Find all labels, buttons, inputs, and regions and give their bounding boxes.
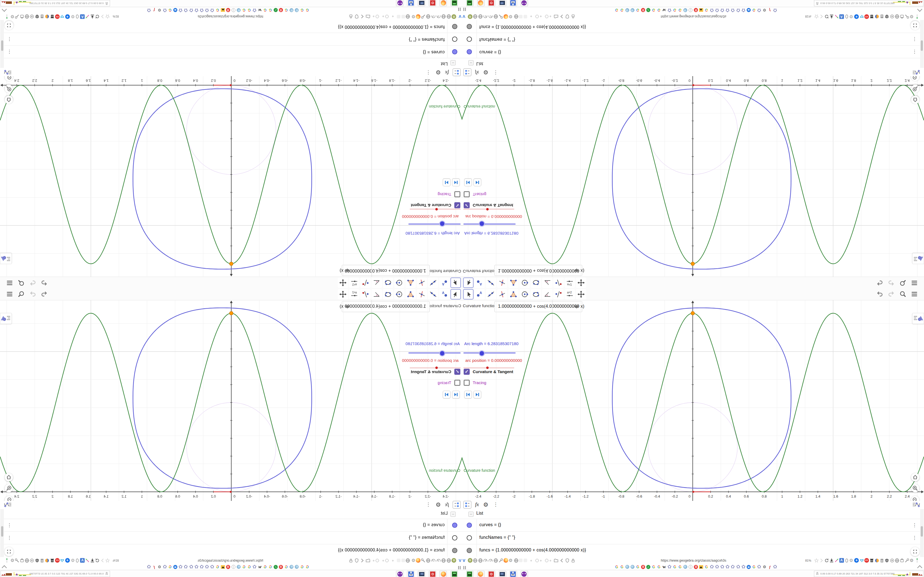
favicon-gear-fav[interactable]: ⚙ (762, 565, 767, 569)
globe-icon[interactable] (493, 558, 498, 563)
favicon-yandex[interactable]: Я (226, 565, 231, 569)
scrollbar[interactable] (920, 509, 924, 557)
favicon-ggb[interactable] (183, 8, 188, 12)
globe-icon[interactable] (446, 14, 451, 19)
favicon-yandex[interactable]: Я (641, 565, 645, 569)
search-button[interactable] (899, 290, 906, 299)
ring-dot-icon[interactable] (890, 558, 895, 563)
tree-view-button[interactable] (464, 68, 471, 76)
firefox-icon[interactable] (415, 558, 420, 563)
trash-icon[interactable] (50, 558, 55, 563)
shield-icon[interactable] (354, 14, 359, 19)
taskbar-app-monitor-app[interactable] (418, 0, 425, 6)
firefox-icon[interactable] (504, 14, 509, 19)
favicon-g[interactable]: G (614, 8, 619, 12)
graphics-stylebar-button[interactable] (0, 313, 12, 324)
favicon-yandex[interactable]: Я (279, 8, 283, 12)
favicon-sphere[interactable] (630, 565, 635, 569)
conic-through-points-tool[interactable] (383, 277, 393, 288)
favicon-ggb[interactable] (709, 565, 714, 569)
taskbar-app-firefox-app[interactable] (440, 0, 447, 6)
home-button[interactable] (5, 96, 13, 104)
reflect-tool[interactable] (360, 277, 371, 288)
circle-center-point-tool[interactable] (394, 277, 404, 288)
ice-red-icon[interactable]: ICE (55, 14, 60, 19)
shield-download-icon[interactable] (60, 558, 65, 563)
skip-back-button[interactable] (452, 391, 460, 398)
point-tool[interactable]: A (474, 277, 485, 288)
zoom-in-button[interactable] (5, 484, 13, 492)
settings-gear-icon[interactable]: ⚙ (434, 501, 442, 509)
search-button[interactable] (899, 278, 906, 287)
favicon-info[interactable]: i (688, 565, 693, 569)
input-help-button[interactable]: fx (473, 68, 481, 76)
visibility-toggle[interactable] (467, 37, 472, 42)
download-icon[interactable] (829, 14, 834, 19)
globe-icon[interactable] (426, 14, 431, 19)
favicon-yandex[interactable]: Я (693, 565, 698, 569)
wrench-icon[interactable] (498, 558, 503, 563)
favicon-ggb[interactable] (163, 8, 167, 12)
favicon-g[interactable]: G (305, 565, 310, 569)
reflect-tool[interactable] (553, 277, 564, 288)
globe-orange-icon[interactable] (874, 14, 879, 19)
shield-icon[interactable] (354, 558, 359, 563)
undo-button[interactable] (876, 290, 883, 299)
row-menu-icon[interactable]: ⋮ (912, 49, 917, 55)
graphics-view[interactable]: -2.4-2.2-2-1.8-1.6-1.4-1.2-1-0.8-0.6-0.4… (0, 76, 462, 277)
back-arrow-icon[interactable] (559, 14, 564, 19)
firefox-icon[interactable] (415, 14, 420, 19)
visibility-toggle[interactable] (452, 49, 457, 55)
favicon-info[interactable]: i (231, 8, 236, 12)
shield-icon[interactable] (565, 14, 570, 19)
point-tool[interactable]: A (474, 289, 485, 300)
visibility-toggle[interactable] (452, 548, 457, 553)
globe-icon[interactable] (405, 558, 410, 563)
oval-icon[interactable] (75, 14, 80, 19)
circle-center-point-tool[interactable] (520, 277, 530, 288)
gauge-icon[interactable] (431, 558, 436, 563)
algebra-row-funcs[interactable]: funcs = {1.000000000000 + cos(4.00000000… (462, 20, 924, 33)
globe-icon[interactable] (493, 14, 498, 19)
skip-back-button[interactable] (464, 179, 472, 186)
favicon-ggb[interactable] (715, 8, 719, 12)
redo-button[interactable] (888, 290, 895, 299)
add-blue-icon[interactable]: + (65, 558, 70, 563)
olive-gear-icon[interactable]: ⚙ (468, 14, 473, 19)
angle-tool[interactable]: α (542, 277, 552, 288)
favicon-green-bird[interactable]: ✓ (646, 8, 651, 12)
collapse-button[interactable]: – (468, 512, 473, 517)
taskbar-app-red-gear-app[interactable]: ⚙ (429, 571, 436, 577)
taskbar-app-terminal-green[interactable] (466, 571, 473, 577)
oval-icon[interactable] (75, 558, 80, 563)
favicon-ggb[interactable] (189, 8, 194, 12)
globe-icon[interactable] (24, 558, 29, 563)
marker-icon[interactable] (834, 558, 839, 563)
visibility-toggle[interactable] (467, 522, 472, 528)
favicon-g[interactable]: G (215, 565, 220, 569)
algebra-row-funcnames[interactable]: funcNames = {" "} ⋮ (0, 531, 462, 544)
wrench-icon[interactable] (421, 558, 426, 563)
skip-forward-button[interactable] (473, 179, 481, 186)
shield-download-icon[interactable] (859, 14, 864, 19)
graphics-view[interactable]: -2.4-2.2-2-1.8-1.6-1.4-1.2-1-0.8-0.6-0.4… (0, 300, 462, 501)
slider-thumb[interactable] (439, 221, 445, 227)
zoom-in-button[interactable] (911, 484, 919, 492)
back-arrow-icon[interactable] (360, 558, 365, 563)
favicon-ggb[interactable] (741, 8, 746, 12)
star-icon[interactable] (814, 558, 819, 563)
home-button[interactable] (911, 96, 919, 104)
gauge-icon[interactable] (488, 558, 493, 563)
more-options-icon[interactable]: ⋮ (492, 68, 500, 76)
taskbar-app-firefox-app[interactable] (440, 571, 447, 577)
taskbar-app-terminal-green[interactable] (451, 571, 458, 577)
puzzle-icon[interactable] (900, 558, 905, 563)
line-tool[interactable] (428, 277, 438, 288)
visibility-toggle[interactable] (467, 535, 472, 540)
favicon-g[interactable]: G (614, 565, 619, 569)
gear-solid-icon[interactable]: ⚙ (849, 558, 854, 563)
slider-tool[interactable]: a=2 (565, 289, 575, 300)
arc-length-slider[interactable] (409, 351, 460, 355)
more-options-icon[interactable]: ⋮ (492, 501, 500, 509)
favicon-g[interactable]: G (672, 565, 677, 569)
